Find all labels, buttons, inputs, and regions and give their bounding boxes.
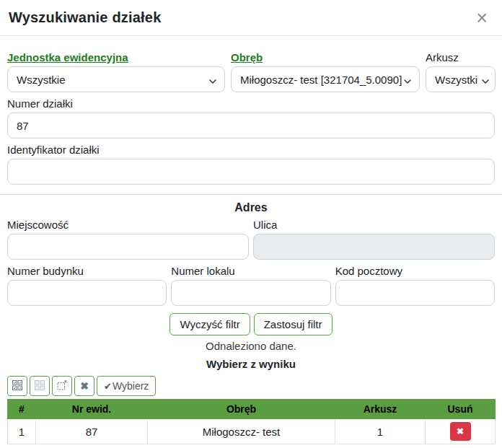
dialog-header: Wyszukiwanie działek ×: [0, 0, 502, 36]
miejscowosc-input[interactable]: [7, 234, 249, 260]
cell-nr-ewid: 87: [36, 419, 148, 444]
jednostka-label[interactable]: Jednostka ewidencyjna: [7, 51, 225, 63]
col-header-arkusz: Arkusz: [335, 400, 426, 419]
field-numer-lokalu: Numer lokalu: [171, 265, 330, 306]
field-numer-dzialki: Numer działki: [7, 97, 495, 139]
col-header-nr-ewid: Nr ewid.: [36, 400, 148, 419]
section-divider: [0, 194, 502, 195]
filter-selects-row: Jednostka ewidencyjna Wszystkie Obręb Mi…: [7, 51, 495, 92]
ulica-input: [253, 234, 495, 260]
clear-selection-button[interactable]: ✖: [74, 376, 94, 396]
numer-dzialki-label: Numer działki: [7, 97, 495, 110]
field-obreb: Obręb Miłogoszcz- test [321704_5.0090]: [231, 51, 420, 92]
delete-row-button[interactable]: ✖: [450, 422, 471, 441]
checkbox-grid-icon: [12, 379, 23, 393]
jednostka-select-value: Wszystkie: [17, 74, 66, 86]
col-header-obreb: Obręb: [148, 400, 335, 419]
kod-pocztowy-label: Kod pocztowy: [335, 265, 495, 277]
cell-obreb: Miłogoszcz- test: [148, 419, 335, 444]
col-header-usun: Usuń: [426, 400, 496, 419]
result-heading: Wybierz z wyniku: [7, 358, 495, 370]
dialog-title: Wyszukiwanie działek: [9, 9, 162, 26]
field-jednostka: Jednostka ewidencyjna Wszystkie: [7, 51, 225, 92]
chevron-down-icon: [403, 76, 412, 88]
field-kod-pocztowy: Kod pocztowy: [335, 265, 495, 306]
deselect-all-button[interactable]: [30, 376, 50, 396]
x-mark-icon: ✖: [457, 427, 464, 436]
x-mark-icon: ✖: [80, 380, 89, 392]
miejscowosc-label: Miejscowość: [7, 219, 249, 231]
adres-heading: Adres: [7, 201, 495, 214]
selection-toolbar: ✖ ✔ Wybierz: [7, 376, 495, 396]
field-miejscowosc: Miejscowość: [7, 219, 249, 260]
select-all-button[interactable]: [7, 376, 27, 396]
status-text: Odnaleziono dane.: [7, 340, 495, 352]
cell-usun: ✖: [426, 419, 496, 444]
field-ulica: Ulica: [253, 219, 495, 260]
adres-row-1: Miejscowość Ulica: [7, 219, 495, 260]
cell-arkusz: 1: [335, 419, 426, 444]
arkusz-select-value: Wszystki: [435, 74, 477, 86]
kod-pocztowy-input[interactable]: [335, 280, 495, 306]
jednostka-select[interactable]: Wszystkie: [7, 66, 225, 92]
filter-buttons-row: Wyczyść filtr Zastosuj filtr: [7, 313, 495, 335]
field-arkusz: Arkusz Wszystki: [426, 51, 496, 92]
dashed-box-x-icon: [56, 379, 68, 393]
obreb-select-value: Miłogoszcz- test [321704_5.0090]: [240, 74, 402, 86]
select-button[interactable]: ✔ Wybierz: [97, 376, 156, 396]
invert-selection-button[interactable]: [52, 376, 72, 396]
field-identyfikator: Identyfikator działki: [7, 144, 495, 185]
obreb-select[interactable]: Miłogoszcz- test [321704_5.0090]: [231, 66, 420, 92]
clear-filter-button[interactable]: Wyczyść filtr: [169, 313, 250, 335]
numer-lokalu-input[interactable]: [171, 280, 330, 306]
field-numer-budynku: Numer budynku: [7, 265, 167, 306]
numer-dzialki-input[interactable]: [7, 113, 495, 139]
chevron-down-icon: [208, 76, 217, 88]
select-button-label: Wybierz: [113, 380, 149, 392]
numer-budynku-input[interactable]: [7, 280, 167, 306]
check-icon: ✔: [104, 381, 112, 392]
parcel-search-dialog: Wyszukiwanie działek × Jednostka ewidenc…: [0, 0, 502, 448]
numer-lokalu-label: Numer lokalu: [171, 265, 330, 277]
adres-row-2: Numer budynku Numer lokalu Kod pocztowy: [7, 265, 495, 306]
results-table: # Nr ewid. Obręb Arkusz Usuń 1 87 Miłogo…: [7, 399, 496, 444]
identyfikator-label: Identyfikator działki: [7, 144, 495, 156]
dialog-body: Jednostka ewidencyjna Wszystkie Obręb Mi…: [0, 36, 502, 448]
ulica-label: Ulica: [253, 219, 495, 231]
arkusz-label: Arkusz: [426, 51, 496, 63]
identyfikator-input[interactable]: [7, 159, 495, 185]
numer-budynku-label: Numer budynku: [7, 265, 167, 277]
apply-filter-button[interactable]: Zastosuj filtr: [254, 313, 333, 335]
chevron-down-icon: [481, 76, 490, 88]
cell-index: 1: [8, 419, 36, 444]
table-header-row: # Nr ewid. Obręb Arkusz Usuń: [8, 400, 496, 419]
empty-grid-icon: [34, 379, 45, 393]
close-icon[interactable]: ×: [475, 11, 489, 25]
col-header-index: #: [8, 400, 36, 419]
arkusz-select[interactable]: Wszystki: [426, 66, 496, 92]
table-row[interactable]: 1 87 Miłogoszcz- test 1 ✖: [8, 419, 496, 444]
obreb-label[interactable]: Obręb: [231, 51, 420, 63]
